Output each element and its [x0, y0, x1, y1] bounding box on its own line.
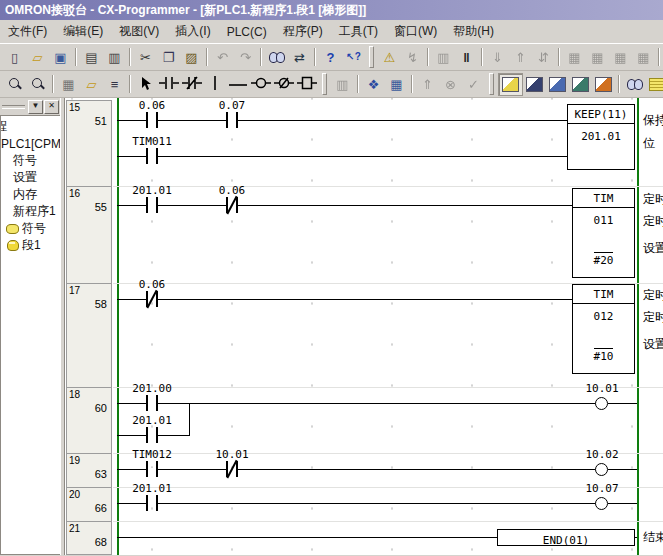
instruction-box[interactable]: TIM011#20 — [572, 188, 635, 278]
ladder-editor[interactable]: 15510.060.07TIM011KEEP(11)201.01保持位16552… — [65, 98, 663, 555]
find-replace-button[interactable]: ⇄ — [288, 47, 311, 68]
tree-item-8[interactable]: 段1 — [1, 237, 60, 254]
undo-button[interactable]: ↶ — [211, 47, 234, 68]
paste-button[interactable]: ▨ — [180, 47, 203, 68]
rung-margin-cell[interactable]: 1551 — [66, 100, 112, 187]
tree-item-3[interactable]: 符号 — [1, 152, 60, 169]
print-button[interactable]: ▤ — [80, 47, 103, 68]
no-contact[interactable] — [142, 495, 162, 511]
zoom-in-icon — [31, 77, 45, 91]
memory-view-2-button[interactable]: ▦ — [586, 47, 609, 68]
memory-view-3-button[interactable]: ▦ — [609, 47, 632, 68]
no-contact[interactable] — [222, 112, 242, 128]
toggle-project-window-button[interactable] — [498, 73, 523, 96]
tree-item-7[interactable]: 符号 — [1, 220, 60, 237]
menu-item-8[interactable]: 窗口(W) — [386, 21, 445, 42]
toggle-cross-reference-button[interactable] — [569, 74, 592, 95]
menu-item-9[interactable]: 帮助(H) — [445, 21, 502, 42]
compare-with-plc-button[interactable]: ⇵ — [532, 47, 555, 68]
no-contact[interactable] — [142, 112, 162, 128]
help-button[interactable]: ? — [319, 47, 342, 68]
menu-item-3[interactable]: 视图(V) — [111, 21, 167, 42]
zoom-out-button[interactable] — [3, 74, 26, 95]
no-contact[interactable] — [142, 427, 162, 443]
comment-memo-button[interactable] — [646, 74, 663, 95]
rung-margin-cell[interactable]: 2066 — [66, 487, 112, 522]
no-contact[interactable] — [142, 395, 162, 411]
rung-margin-cell[interactable]: 1860 — [66, 387, 112, 454]
rung-margin-cell[interactable]: 1963 — [66, 453, 112, 488]
pause-button[interactable]: ‖ — [455, 47, 478, 68]
find-button[interactable] — [265, 47, 288, 68]
cut-button[interactable]: ✂ — [134, 47, 157, 68]
save-button[interactable]: ▣ — [49, 47, 72, 68]
end-instruction-box[interactable]: END(01) — [497, 529, 635, 546]
menu-item-5[interactable]: PLC(C) — [219, 23, 275, 41]
coil-tool-button[interactable] — [249, 74, 272, 95]
redo-button[interactable]: ↷ — [234, 47, 257, 68]
coil-nc-tool-button[interactable] — [272, 74, 295, 95]
tree-item-2[interactable]: PLC1[CPM1 — [1, 135, 60, 152]
workspace-dropdown-button[interactable]: ▼ — [28, 100, 43, 114]
select-tool-button[interactable] — [134, 74, 157, 95]
workspace-close-button[interactable]: ✕ — [44, 100, 59, 114]
output-coil[interactable] — [595, 497, 608, 510]
rung-margin-cell[interactable]: 1758 — [66, 283, 112, 388]
online-edit-send-button[interactable]: ⇑ — [416, 74, 439, 95]
memory-view-4-button[interactable]: ▦ — [632, 47, 655, 68]
tree-item-1[interactable]: 新工程 — [1, 118, 60, 135]
online-edit-run-button[interactable]: ✓ — [462, 74, 485, 95]
context-help-button[interactable]: ↖? — [342, 47, 365, 68]
new-file-button[interactable]: ▯ — [3, 47, 26, 68]
no-contact[interactable] — [142, 461, 162, 477]
work-online-button[interactable]: ↯ — [401, 47, 424, 68]
memory-view-1-button[interactable]: ▦ — [563, 47, 586, 68]
transfer-to-plc-button[interactable]: ⇓ — [486, 47, 509, 68]
tree-item-5[interactable]: 内存 — [1, 186, 60, 203]
show-rung-comments-button[interactable]: ≡ — [103, 74, 126, 95]
compile-button[interactable]: ⚠ — [378, 47, 401, 68]
monitor-button[interactable]: ▥ — [432, 47, 455, 68]
project-tree: 新工程PLC1[CPM1符号设置内存新程序1符号段1 — [0, 115, 60, 555]
no-contact[interactable] — [142, 197, 162, 213]
toggle-grid-button[interactable]: ▦ — [57, 74, 80, 95]
menu-item-1[interactable]: 文件(F) — [0, 21, 55, 42]
contact-operand-label: 0.07 — [192, 99, 272, 112]
toggle-watch-window-button[interactable] — [546, 74, 569, 95]
nc-contact[interactable] — [222, 461, 242, 477]
tree-item-4[interactable]: 设置 — [1, 169, 60, 186]
zoom-in-button[interactable] — [26, 74, 49, 95]
rung-margin-cell[interactable]: 2168 — [66, 521, 112, 555]
tree-item-6[interactable]: 新程序1 — [1, 203, 60, 220]
instruction-box[interactable]: TIM012#10 — [572, 284, 635, 374]
horizontal-line-tool-button[interactable] — [226, 74, 249, 95]
open-file-button[interactable]: ▱ — [26, 47, 49, 68]
show-symbol-comments-button[interactable]: ▱ — [80, 74, 103, 95]
toggle-output-window-button[interactable] — [523, 74, 546, 95]
contact-no-tool-button[interactable] — [157, 74, 180, 95]
no-contact[interactable] — [142, 148, 162, 164]
rung-margin-cell[interactable]: 1655 — [66, 186, 112, 284]
nc-contact[interactable] — [222, 197, 242, 213]
program-check-button[interactable]: ❖ — [362, 74, 385, 95]
transfer-from-plc-button[interactable]: ⇑ — [509, 47, 532, 68]
copy-button[interactable]: ❐ — [157, 47, 180, 68]
show-properties-button[interactable] — [592, 74, 615, 95]
menu-item-2[interactable]: 编辑(E) — [55, 21, 111, 42]
contact-nc-tool-button[interactable] — [180, 74, 203, 95]
menu-item-6[interactable]: 程序(P) — [275, 21, 331, 42]
output-coil[interactable] — [595, 463, 608, 476]
output-coil[interactable] — [595, 397, 608, 410]
differential-monitor-button[interactable]: ▥ — [331, 74, 354, 95]
title-bar[interactable]: OMRON接驳台 - CX-Programmer - [新PLC1.新程序1.段… — [0, 0, 663, 20]
online-edit-cancel-button[interactable]: ⊗ — [439, 74, 462, 95]
nc-contact[interactable] — [142, 291, 162, 307]
vertical-line-tool-button[interactable] — [203, 74, 226, 95]
instruction-box[interactable]: KEEP(11)201.01 — [567, 104, 635, 170]
menu-item-4[interactable]: 插入(I) — [167, 21, 218, 42]
menu-item-7[interactable]: 工具(T) — [331, 21, 386, 42]
instruction-tool-button[interactable] — [295, 74, 318, 95]
address-reference-tool-button[interactable] — [623, 74, 646, 95]
data-trace-button[interactable]: ▦ — [385, 74, 408, 95]
print-preview-button[interactable]: ▥ — [103, 47, 126, 68]
